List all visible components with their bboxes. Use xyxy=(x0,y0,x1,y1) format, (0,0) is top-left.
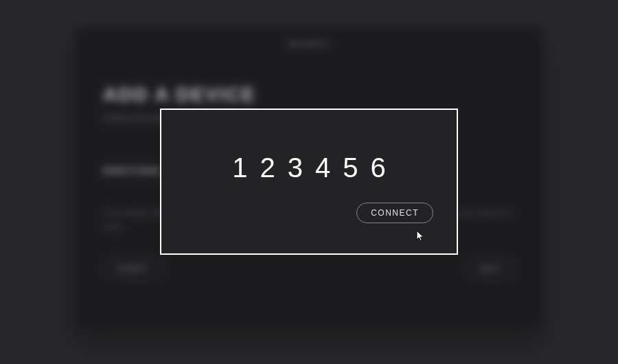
pairing-code-modal: 123456 CONNECT xyxy=(160,109,458,255)
connect-button[interactable]: CONNECT xyxy=(356,203,433,223)
pairing-code: 123456 xyxy=(220,152,398,183)
